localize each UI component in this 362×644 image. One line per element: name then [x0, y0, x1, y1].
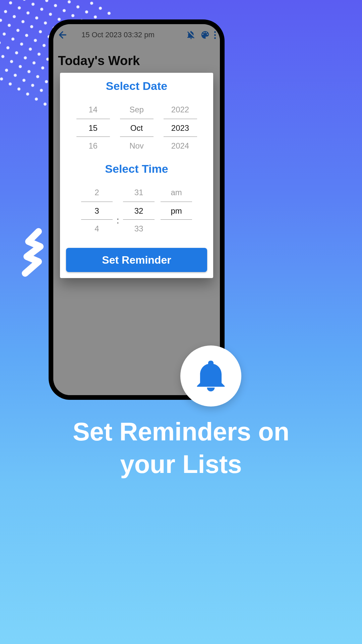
- time-separator: :: [117, 196, 119, 226]
- decorative-squiggle: [15, 228, 49, 278]
- month-current[interactable]: Oct: [120, 119, 154, 137]
- ampm-picker[interactable]: am pm: [161, 183, 192, 238]
- reminder-dialog: Select Date 14 15 16 Sep Oct Nov 2022: [60, 73, 213, 278]
- minute-prev[interactable]: 31: [123, 183, 155, 202]
- month-prev[interactable]: Sep: [120, 101, 154, 119]
- phone-screen: 15 Oct 2023 03:32 pm Today's Work Select…: [53, 24, 220, 395]
- year-current[interactable]: 2023: [164, 119, 197, 137]
- marketing-line-2: your Lists: [13, 448, 349, 480]
- hour-next[interactable]: 4: [81, 220, 113, 238]
- bell-icon: [192, 358, 229, 394]
- date-picker: 14 15 16 Sep Oct Nov 2022 2023 2024: [66, 101, 207, 155]
- month-picker[interactable]: Sep Oct Nov: [120, 101, 154, 155]
- marketing-headline: Set Reminders on your Lists: [0, 415, 362, 481]
- ampm-next[interactable]: [161, 220, 192, 238]
- day-prev[interactable]: 14: [76, 101, 110, 119]
- ampm-prev[interactable]: am: [161, 183, 192, 202]
- ampm-current[interactable]: pm: [161, 202, 192, 220]
- day-current[interactable]: 15: [76, 119, 110, 137]
- hour-picker[interactable]: 2 3 4: [81, 183, 113, 238]
- day-picker[interactable]: 14 15 16: [76, 101, 110, 155]
- month-next[interactable]: Nov: [120, 137, 154, 155]
- select-date-heading: Select Date: [66, 79, 207, 93]
- minute-next[interactable]: 33: [123, 220, 155, 238]
- year-next[interactable]: 2024: [164, 137, 197, 155]
- marketing-line-1: Set Reminders on: [13, 415, 349, 448]
- day-next[interactable]: 16: [76, 137, 110, 155]
- hour-current[interactable]: 3: [81, 202, 113, 220]
- time-picker: 2 3 4 : 31 32 33 am pm: [66, 183, 207, 238]
- minute-picker[interactable]: 31 32 33: [123, 183, 155, 238]
- hour-prev[interactable]: 2: [81, 183, 113, 202]
- set-reminder-button[interactable]: Set Reminder: [66, 248, 207, 272]
- year-picker[interactable]: 2022 2023 2024: [164, 101, 197, 155]
- phone-frame: 15 Oct 2023 03:32 pm Today's Work Select…: [49, 19, 225, 400]
- select-time-heading: Select Time: [66, 162, 207, 175]
- bell-badge: [180, 345, 241, 407]
- year-prev[interactable]: 2022: [164, 101, 197, 119]
- minute-current[interactable]: 32: [123, 202, 155, 220]
